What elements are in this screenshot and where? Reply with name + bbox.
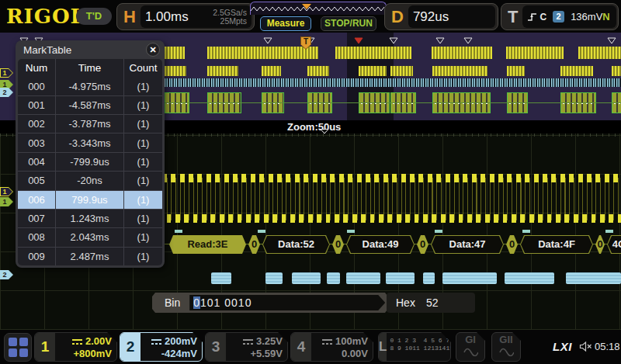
logic-analyzer-box[interactable]: L 0 1 2 3 4 5 6 78 9 1011 12131415 — [378, 332, 451, 362]
channel-2-box[interactable]: 2200mV-424mV — [120, 332, 203, 362]
hex-readout-bar: Hex 52 — [387, 293, 475, 313]
svg-text:T: T — [304, 37, 308, 46]
waveform-preview-icon — [251, 2, 386, 14]
marktable-row[interactable]: 001-4.587ms(1) — [18, 95, 162, 114]
lxi-indicator: LXI — [553, 340, 572, 353]
channel-offset: 0.00V — [311, 348, 368, 360]
marktable-row[interactable]: 0092.487ms(1) — [18, 247, 162, 265]
sound-muted-icon[interactable] — [579, 341, 592, 352]
close-icon[interactable]: ✕ — [146, 43, 160, 57]
decode-frame: Data:4F — [520, 235, 593, 254]
channel-marker[interactable]: 2 — [0, 88, 13, 97]
marktable-header-row: Num Time Count — [18, 59, 162, 77]
dc-coupling-icon — [72, 339, 82, 345]
trigger-label: T — [501, 7, 522, 27]
marktable-row[interactable]: 002-3.787ms(1) — [18, 114, 162, 133]
channel-marker[interactable]: 1 — [0, 68, 13, 78]
delay-label: D — [385, 7, 408, 27]
menu-grid-button[interactable] — [4, 333, 32, 362]
marktable-row[interactable]: 0071.243ms(1) — [18, 209, 162, 227]
decode-frame: 0 — [332, 235, 344, 254]
status-bar: 12.00V+800mV2200mV-424mV33.25V+5.59V4100… — [0, 330, 621, 364]
hex-value: 52 — [426, 296, 439, 309]
trigger-panel[interactable]: T C 2 136mV N — [501, 3, 619, 30]
la-digits-row2: 8 9 1011 12131415 — [390, 345, 451, 352]
bin-value-field[interactable]: 0101 0010 — [189, 295, 385, 310]
channel-number: 4 — [291, 333, 311, 361]
zoom-scale-label: Zoom:50us — [287, 121, 341, 133]
rigol-logo: RIGOL — [6, 5, 85, 28]
marktable-row[interactable]: 005-20ns(1) — [18, 171, 162, 189]
marktable-row[interactable]: 006799.9us(1) — [18, 190, 162, 209]
channel-marker[interactable]: 1 — [0, 197, 13, 206]
trigger-source-badge: 2 — [553, 11, 564, 23]
dc-coupling-icon — [322, 339, 332, 345]
marktable-row[interactable]: 000-4.975ms(1) — [18, 77, 162, 95]
clock-trace-low — [144, 214, 621, 223]
system-time: 05:18 — [595, 341, 620, 352]
horizontal-position-strip[interactable] — [250, 2, 387, 15]
marktable-table: Num Time Count 000-4.975ms(1)001-4.587ms… — [18, 59, 162, 265]
horizontal-panel[interactable]: H 1.00ms 2.5GSa/s 25Mpts — [116, 3, 255, 30]
channel-number: 1 — [35, 333, 55, 361]
mark-triangle-icon — [435, 33, 445, 47]
channel-marker[interactable]: 1 — [0, 187, 13, 196]
measure-button[interactable]: Measure — [260, 16, 311, 31]
decode-frame: Data:49 — [346, 235, 415, 254]
channel-scale: 2.00V — [85, 335, 112, 347]
column-time: Time — [55, 59, 123, 77]
g2-source-button[interactable]: GII — [491, 332, 521, 362]
trigger-type: C — [539, 12, 546, 23]
trigger-position-flag-icon[interactable]: T — [300, 36, 312, 54]
marktable-title: MarkTable — [23, 44, 146, 56]
la-label: L — [379, 333, 387, 361]
decode-bus-line — [165, 102, 621, 103]
trigger-level: 136mV — [571, 11, 602, 23]
decode-frame: 0 — [595, 235, 605, 254]
marktable-popup: MarkTable ✕ Num Time Count 000-4.975ms(1… — [16, 40, 165, 268]
decode-frame: 4C — [607, 235, 621, 254]
mark-triangle-icon — [607, 33, 616, 47]
timebase-value: 1.00ms — [145, 9, 213, 25]
marktable-row[interactable]: 004-799.9us(1) — [18, 152, 162, 171]
sine-icon — [463, 348, 478, 356]
channel-3-box[interactable]: 33.25V+5.59V — [205, 332, 288, 362]
decode-frame: Data:52 — [262, 235, 330, 254]
delay-panel[interactable]: D 792us — [384, 3, 498, 30]
g1-source-button[interactable]: GI — [456, 332, 485, 362]
zoom-center-marker-icon — [320, 129, 329, 134]
trigger-status-badge: T'D — [76, 8, 112, 25]
decode-frame: Data:47 — [431, 235, 504, 254]
mark-triangle-icon — [389, 33, 398, 47]
channel-number: 3 — [206, 333, 226, 361]
channel-scale: 200mV — [165, 335, 197, 347]
marktable-row[interactable]: 003-3.343ms(1) — [18, 133, 162, 151]
memory-depth: 25Mpts — [220, 16, 247, 26]
channel-marker[interactable]: 2 — [0, 270, 13, 279]
channel-scale: 100mV — [335, 335, 368, 347]
column-count: Count — [123, 59, 162, 77]
column-num: Num — [18, 59, 55, 77]
dc-coupling-icon — [243, 339, 253, 345]
oscilloscope-screen: RIGOL T'D H 1.00ms 2.5GSa/s 25Mpts Measu… — [0, 0, 621, 364]
mark-triangle-icon — [263, 33, 272, 47]
bin-readout-bar: Bin 0101 0010 — [152, 293, 393, 313]
la-digits-row1: 0 1 2 3 4 5 6 7 — [390, 337, 449, 344]
bin-cursor: 0 — [193, 296, 200, 309]
channel-1-box[interactable]: 12.00V+800mV — [34, 332, 117, 362]
dc-coupling-icon — [151, 339, 161, 345]
g2-label: GII — [499, 334, 512, 345]
stop-run-button[interactable]: STOP/RUN — [321, 16, 376, 31]
g1-label: GI — [465, 334, 476, 345]
channel-number: 2 — [120, 333, 141, 361]
marktable-row[interactable]: 0082.043ms(1) — [18, 227, 162, 246]
decode-frame: Read:3E — [169, 235, 246, 254]
sine-icon — [498, 348, 514, 356]
bin-label: Bin — [165, 296, 180, 309]
top-bar: RIGOL T'D H 1.00ms 2.5GSa/s 25Mpts Measu… — [0, 0, 621, 33]
channel-offset: +800mV — [55, 348, 112, 360]
channel-offset: -424mV — [141, 348, 197, 360]
channel-scale: 3.25V — [256, 335, 283, 347]
channel-offset: +5.59V — [226, 348, 283, 360]
channel-4-box[interactable]: 4100mV0.00V — [290, 332, 373, 362]
